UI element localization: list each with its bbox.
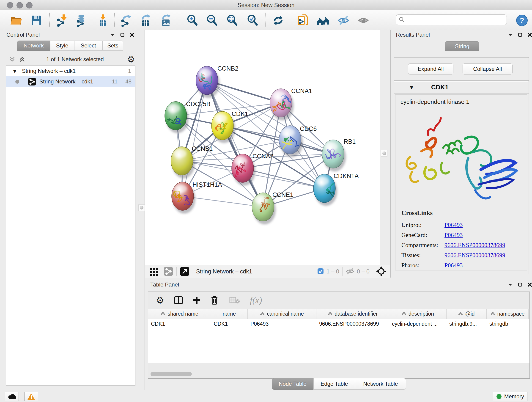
- column-header[interactable]: canonical name: [248, 309, 317, 319]
- zoom-in-icon[interactable]: [185, 13, 200, 28]
- panel-float-icon[interactable]: [120, 32, 125, 37]
- add-column-icon[interactable]: [192, 296, 201, 305]
- column-label: canonical name: [267, 311, 304, 317]
- tab-sets[interactable]: Sets: [102, 41, 123, 51]
- function-builder-icon[interactable]: f(x): [250, 295, 262, 305]
- table-row[interactable]: CDK1CDK1P064939606.ENSP00000378699cyclin…: [148, 319, 530, 329]
- cloud-icon: [8, 394, 16, 400]
- right-splitter-handle[interactable]: [381, 150, 387, 157]
- gene-collapse-icon[interactable]: ▼: [410, 85, 413, 90]
- table-panel: Table Panel ⚙ f(x) shared namenamecanoni…: [145, 278, 532, 390]
- export-table-icon[interactable]: [139, 13, 153, 28]
- birds-eye-crosshair-icon[interactable]: [376, 266, 386, 276]
- tab-string[interactable]: String: [445, 41, 479, 51]
- save-session-icon[interactable]: [29, 13, 44, 28]
- cloud-status-button[interactable]: [5, 392, 19, 401]
- column-header[interactable]: database identifier: [317, 309, 389, 319]
- crosslink-value[interactable]: P06493: [444, 232, 462, 239]
- panel-close-icon[interactable]: [527, 282, 532, 287]
- network-edge[interactable]: [183, 80, 207, 196]
- search-input[interactable]: [405, 17, 502, 23]
- memory-button[interactable]: Memory: [493, 392, 527, 401]
- collection-collapse-icon[interactable]: ▼: [13, 69, 17, 74]
- show-all-eye-icon[interactable]: [356, 13, 371, 28]
- gene-name: CDK1: [431, 84, 449, 91]
- panel-menu-icon[interactable]: [508, 33, 513, 36]
- help-icon[interactable]: ?: [515, 13, 529, 28]
- control-panel: Control Panel Network Style Select Sets …: [0, 30, 145, 390]
- refresh-icon[interactable]: [271, 13, 285, 28]
- network-node[interactable]: HIST1H1A: [172, 181, 222, 214]
- column-header[interactable]: name: [211, 309, 248, 319]
- column-header[interactable]: shared name: [148, 309, 211, 319]
- gene-section-header[interactable]: ▼ CDK1: [394, 81, 529, 94]
- panel-float-icon[interactable]: [518, 282, 522, 287]
- delete-column-trash-icon[interactable]: [210, 295, 219, 305]
- export-network-icon[interactable]: [119, 13, 133, 28]
- network-options-gear-icon[interactable]: ⚙: [127, 54, 135, 64]
- left-splitter-handle[interactable]: [138, 204, 145, 211]
- tab-edge-table[interactable]: Edge Table: [313, 378, 355, 390]
- network-collection-row[interactable]: ▼ String Network – cdk1 1: [6, 66, 135, 76]
- network-edge-count: 48: [125, 78, 132, 85]
- horizontal-scrollbar-thumb[interactable]: [151, 372, 192, 376]
- selected-checkbox-icon[interactable]: [317, 268, 324, 274]
- tab-select[interactable]: Select: [74, 41, 102, 51]
- crosslink-value[interactable]: 9606.ENSP00000378699: [444, 252, 505, 259]
- zoom-fit-icon[interactable]: [225, 13, 240, 28]
- column-header[interactable]: @id: [447, 309, 487, 319]
- network-node[interactable]: CCNA1: [270, 88, 312, 120]
- home-network-icon[interactable]: [316, 13, 331, 28]
- tab-node-table[interactable]: Node Table: [272, 378, 313, 390]
- panel-close-icon[interactable]: [527, 32, 532, 37]
- first-neighbors-icon[interactable]: [296, 13, 310, 28]
- column-header[interactable]: description: [389, 309, 447, 319]
- table-options-gear-icon[interactable]: ⚙: [156, 295, 164, 306]
- show-columns-icon[interactable]: [174, 296, 183, 305]
- network-canvas[interactable]: CCNB2CCNA1CDC25BCDK1CDC6RB1CCNB1CCNA2CDK…: [145, 30, 380, 265]
- hide-selected-eye-icon[interactable]: [336, 13, 351, 28]
- toolbar-search-field[interactable]: [396, 14, 507, 25]
- import-table-file-icon[interactable]: [95, 13, 110, 28]
- panel-menu-icon[interactable]: [508, 283, 513, 286]
- toolbar-separator: [49, 13, 50, 27]
- zoom-out-icon[interactable]: [205, 13, 220, 28]
- collapse-all-chevron-icon[interactable]: [9, 56, 16, 63]
- network-node[interactable]: CCNB1: [171, 145, 213, 178]
- memory-label: Memory: [504, 393, 524, 400]
- tab-network-table[interactable]: Network Table: [355, 378, 406, 390]
- network-node[interactable]: CCNB2: [196, 65, 239, 98]
- network-node-label: CCNB1: [192, 145, 213, 152]
- network-node[interactable]: RB1: [322, 138, 356, 172]
- grid-view-icon[interactable]: [149, 267, 158, 276]
- export-image-icon[interactable]: [159, 13, 174, 28]
- open-external-icon[interactable]: [180, 267, 190, 276]
- zoom-selected-icon[interactable]: [245, 13, 260, 28]
- network-node-label: RB1: [344, 138, 356, 145]
- crosslink-value[interactable]: 9606.ENSP00000378699: [444, 242, 505, 249]
- import-network-database-icon[interactable]: [74, 13, 89, 28]
- crosslink-value[interactable]: P06493: [444, 222, 462, 229]
- tab-network[interactable]: Network: [17, 41, 50, 51]
- warning-status-button[interactable]: [24, 392, 38, 401]
- expand-all-button[interactable]: Expand All: [408, 64, 453, 75]
- panel-close-icon[interactable]: [130, 32, 134, 37]
- crosslink-value[interactable]: P06493: [444, 262, 462, 269]
- panel-menu-icon[interactable]: [110, 33, 115, 36]
- collapse-all-button[interactable]: Collapse All: [462, 64, 513, 75]
- crosslink-label: GeneCard:: [401, 232, 444, 239]
- delete-table-icon[interactable]: [229, 296, 240, 304]
- panel-float-icon[interactable]: [518, 32, 522, 37]
- network-node[interactable]: CCNE1: [252, 191, 293, 224]
- open-session-icon[interactable]: [9, 13, 23, 28]
- toolbar-separator: [373, 267, 373, 276]
- network-row[interactable]: String Network – cdk1 11 48: [6, 76, 135, 87]
- share-network-icon[interactable]: [164, 267, 173, 276]
- network-node[interactable]: CDKN1A: [313, 172, 359, 206]
- network-row-label: String Network – cdk1: [39, 78, 93, 85]
- column-header[interactable]: namespace: [487, 309, 529, 319]
- tab-style[interactable]: Style: [50, 41, 74, 51]
- import-network-file-icon[interactable]: [55, 13, 70, 28]
- column-type-icon: [458, 312, 463, 316]
- expand-all-chevron-icon[interactable]: [19, 56, 26, 63]
